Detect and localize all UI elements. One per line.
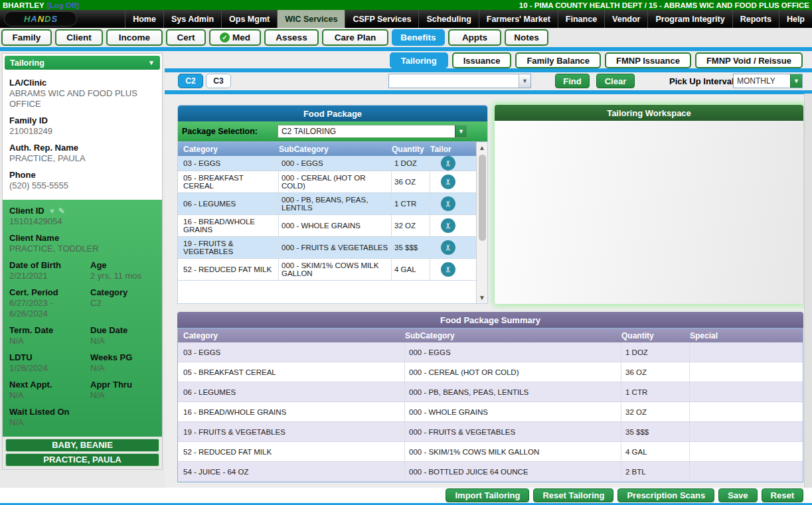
nav-reports[interactable]: Reports [732,10,779,28]
scroll-down-icon[interactable]: ▼ [477,292,487,303]
scrollbar-thumb[interactable] [479,155,486,241]
nav-home[interactable]: Home [125,10,163,28]
client-name-value: PRACTICE, TODDLER [9,244,155,254]
tab-client[interactable]: Client [55,29,103,46]
table-row: 16 - BREAD/WHOLE GRAINS 000 - WHOLE GRAI… [178,402,803,422]
pickup-interval-select[interactable]: MONTHLY ▼ [733,74,803,88]
save-button[interactable]: Save [718,488,757,502]
category-field: Category C2 [90,287,155,319]
tab-fmnp-void-reissue[interactable]: FMNP Void / Reissue [695,52,803,68]
clear-button[interactable]: Clear [596,74,635,88]
family-id-value: 210018249 [9,126,155,137]
package-selection-select[interactable]: C2 TAILORING ▼ [278,125,467,138]
toggle-c3[interactable]: C3 [206,74,231,88]
scroll-up-icon[interactable]: ▲ [477,142,487,153]
tab-tailoring[interactable]: Tailoring [390,52,448,68]
module-tabs: Family Client Income Cert ✓ Med Assess C… [0,28,812,47]
due-date-value: N/A [90,336,155,346]
table-row: 05 - BREAKFAST CEREAL 000 - CEREAL (HOT … [178,171,476,193]
tab-benefits[interactable]: Benefits [392,29,445,46]
age-label: Age [90,260,155,271]
wait-listed-field: Wait Listed On N/A [9,407,155,428]
summary-table-header: Category SubCategory Quantity Special [178,328,803,342]
due-date-label: Due Date [90,325,155,336]
auth-rep-label: Auth. Rep. Name [9,143,155,153]
table-row: 06 - LEGUMES 000 - PB, BEANS, PEAS, LENT… [178,193,476,215]
tab-med[interactable]: ✓ Med [209,29,261,46]
nav-vendor[interactable]: Vendor [604,10,647,28]
heart-icon[interactable]: ♥ [50,206,58,216]
tab-cert[interactable]: Cert [166,29,206,46]
page-scrollbar[interactable] [804,94,812,488]
tab-notes[interactable]: Notes [505,29,548,46]
table-row: 19 - FRUITS & VEGETABLES 000 - FRUITS & … [178,237,476,259]
tailor-scissors-icon[interactable]: ✂ [441,196,455,211]
client-info-section: Client ID♥✎ 15101429054 Client Name PRAC… [3,200,162,437]
term-date-value: N/A [9,336,90,346]
nav-sys-admin[interactable]: Sys Admin [163,10,221,28]
col-subcategory: SubCategory [405,331,621,340]
tailor-scissors-icon[interactable]: ✂ [441,175,455,189]
reset-button[interactable]: Reset [762,488,803,502]
family-member-button-practice-paula[interactable]: PRACTICE, PAULA [5,453,159,467]
tailor-scissors-icon[interactable]: ✂ [441,262,455,277]
client-id-value: 15101429054 [9,216,155,227]
phone-value: (520) 555-5555 [9,180,155,191]
tab-appts[interactable]: Appts [448,29,501,46]
tailoring-workspace-body[interactable] [495,121,803,304]
tab-family[interactable]: Family [1,29,52,46]
pencil-icon[interactable]: ✎ [58,206,69,216]
auth-rep-field: Auth. Rep. Name PRACTICE, PAULA [9,143,155,164]
tab-assess[interactable]: Assess [264,29,319,46]
accent-bar [165,90,812,94]
logoff-link[interactable]: [Log Off] [47,1,80,9]
tab-issuance[interactable]: Issuance [452,52,512,68]
prescription-scans-button[interactable]: Prescription Scans [617,488,714,502]
reset-tailoring-button[interactable]: Reset Tailoring [533,488,613,502]
weeks-pg-label: Weeks PG [90,352,155,363]
nav-ops-mgmt[interactable]: Ops Mgmt [221,10,277,28]
table-scrollbar[interactable]: ▲ ▼ [476,142,487,303]
find-button[interactable]: Find [555,74,590,88]
nav-scheduling[interactable]: Scheduling [418,10,478,28]
title-bar: BHARTLEY[Log Off] 10 - PIMA COUNTY HEALT… [0,0,812,10]
import-tailoring-button[interactable]: Import Tailoring [446,488,529,502]
chevron-down-icon[interactable]: ▼ [519,74,530,88]
nav-farmers-market[interactable]: Farmers' Market [479,10,558,28]
category-value: C2 [90,298,155,309]
chevron-down-icon: ▼ [148,59,155,66]
col-special: Special [690,331,803,340]
nav-wic-services[interactable]: WIC Services [277,10,345,28]
table-row: 03 - EGGS 000 - EGGS 1 DOZ ✂ [178,156,476,171]
tab-family-balance[interactable]: Family Balance [515,52,601,68]
tailor-scissors-icon[interactable]: ✂ [441,218,455,233]
table-row: 05 - BREAKFAST CEREAL 000 - CEREAL (HOT … [178,362,803,382]
nav-csfp-services[interactable]: CSFP Services [345,10,418,28]
cert-period-field: Cert. Period 6/27/2023 - 6/26/2024 [9,287,88,319]
tab-fmnp-issuance[interactable]: FMNP Issuance [605,52,691,68]
age-field: Age 2 yrs, 11 mos [90,260,155,281]
chevron-down-icon[interactable]: ▼ [455,125,467,137]
family-member-button-baby-beanie[interactable]: BABY, BEANIE [5,439,159,452]
toggle-c2[interactable]: C2 [178,74,203,88]
search-dropdown[interactable]: ▼ [388,74,531,88]
nav-program-integrity[interactable]: Program Integrity [647,10,732,28]
sidebar-panel-selector[interactable]: Tailoring ▼ [5,56,160,70]
appr-thru-value: N/A [90,390,155,401]
chevron-down-icon[interactable]: ▼ [790,74,802,88]
auth-rep-value: PRACTICE, PAULA [9,153,155,164]
dob-value: 2/21/2021 [9,271,90,281]
wait-listed-value: N/A [9,417,155,428]
client-id-label: Client ID♥✎ [9,206,155,216]
col-quantity: Quantity [621,331,690,340]
nav-help[interactable]: Help [779,10,812,28]
tab-care-plan[interactable]: Care Plan [322,29,388,46]
tailor-scissors-icon[interactable]: ✂ [441,240,455,255]
client-sidebar: Tailoring ▼ LA/Clinic ABRAMS WIC AND FOO… [0,51,165,488]
nav-finance[interactable]: Finance [558,10,604,28]
nav-items: Home Sys Admin Ops Mgmt WIC Services CSF… [125,10,812,28]
cert-period-label: Cert. Period [9,287,88,298]
action-bar: Import Tailoring Reset Tailoring Prescri… [0,488,812,503]
tab-income[interactable]: Income [106,29,163,46]
tailor-scissors-icon[interactable]: ✂ [441,156,455,171]
